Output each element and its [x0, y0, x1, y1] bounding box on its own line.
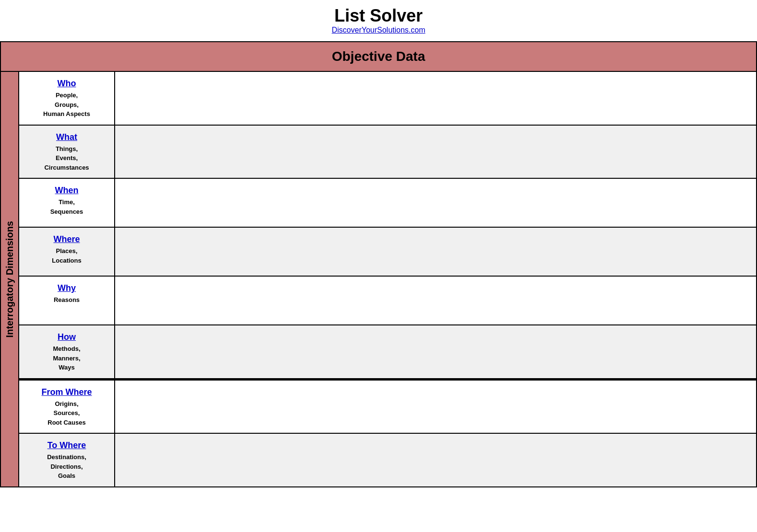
site-link[interactable]: DiscoverYourSolutions.com: [331, 26, 425, 34]
label-cell-what: WhatThings, Events, Circumstances: [19, 126, 115, 178]
rotated-label: Interrogatory Dimensions: [4, 221, 15, 337]
dimension-row-when: WhenTime, Sequences: [19, 179, 756, 228]
dimension-link-when[interactable]: When: [55, 185, 79, 196]
data-cell-how: [115, 325, 756, 378]
data-cell-to-where: [115, 434, 756, 486]
data-cell-why: [115, 277, 756, 324]
label-cell-when: WhenTime, Sequences: [19, 179, 115, 227]
dimension-link-from-where[interactable]: From Where: [41, 387, 92, 397]
label-cell-where: WherePlaces, Locations: [19, 228, 115, 276]
page-title: List Solver: [0, 6, 757, 26]
label-cell-how: HowMethods, Manners, Ways: [19, 325, 115, 378]
label-cell-why: WhyReasons: [19, 277, 115, 324]
dimension-subtext-to-where: Destinations, Directions, Goals: [47, 452, 86, 481]
dimension-link-why[interactable]: Why: [58, 283, 76, 293]
data-cell-who: [115, 72, 756, 125]
data-cell-where: [115, 228, 756, 276]
dimension-row-how: HowMethods, Manners, Ways: [19, 325, 756, 379]
dimension-subtext-who: People, Groups, Human Aspects: [43, 91, 90, 119]
dimension-row-where: WherePlaces, Locations: [19, 228, 756, 277]
content-row: Interrogatory Dimensions WhoPeople, Grou…: [0, 71, 757, 487]
dimension-row-who: WhoPeople, Groups, Human Aspects: [19, 72, 756, 126]
page-header: List Solver DiscoverYourSolutions.com: [0, 0, 757, 37]
dimension-row-why: WhyReasons: [19, 277, 756, 325]
dimension-link-who[interactable]: Who: [58, 79, 76, 89]
dimension-subtext-what: Things, Events, Circumstances: [44, 144, 89, 173]
rows-container: WhoPeople, Groups, Human AspectsWhatThin…: [19, 72, 756, 486]
objective-header: Objective Data: [0, 42, 757, 71]
dimension-link-to-where[interactable]: To Where: [47, 440, 86, 451]
dimension-link-how[interactable]: How: [58, 332, 76, 342]
dimension-subtext-from-where: Origins, Sources, Root Causes: [47, 399, 85, 428]
data-cell-from-where: [115, 381, 756, 433]
dimension-subtext-where: Places, Locations: [52, 246, 81, 265]
data-cell-what: [115, 126, 756, 178]
label-cell-to-where: To WhereDestinations, Directions, Goals: [19, 434, 115, 486]
dimension-subtext-when: Time, Sequences: [50, 197, 83, 216]
dimension-link-where[interactable]: Where: [53, 234, 80, 244]
label-cell-who: WhoPeople, Groups, Human Aspects: [19, 72, 115, 125]
rows-cell: WhoPeople, Groups, Human AspectsWhatThin…: [19, 71, 757, 487]
dimension-link-what[interactable]: What: [56, 132, 77, 142]
dimension-row-to-where: To WhereDestinations, Directions, Goals: [19, 434, 756, 486]
label-cell-from-where: From WhereOrigins, Sources, Root Causes: [19, 381, 115, 433]
dimension-row-what: WhatThings, Events, Circumstances: [19, 126, 756, 179]
data-cell-when: [115, 179, 756, 227]
main-table: Objective Data Interrogatory Dimensions …: [0, 41, 757, 487]
dimension-subtext-how: Methods, Manners, Ways: [53, 344, 80, 372]
dimension-subtext-why: Reasons: [54, 295, 80, 305]
dimension-row-from-where: From WhereOrigins, Sources, Root Causes: [19, 381, 756, 434]
rotated-label-cell: Interrogatory Dimensions: [0, 71, 19, 487]
